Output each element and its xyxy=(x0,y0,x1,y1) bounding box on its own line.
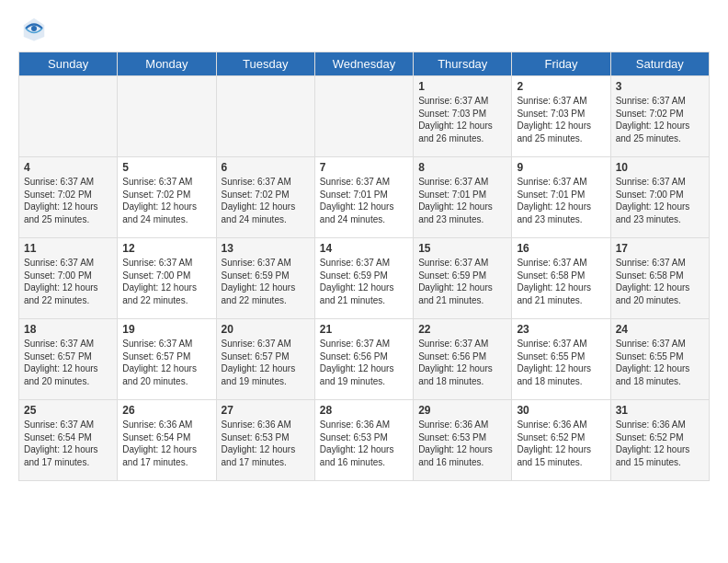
day-number: 23 xyxy=(517,323,605,336)
cell-content: Sunrise: 6:37 AM Sunset: 7:03 PM Dayligh… xyxy=(517,95,605,144)
day-number: 30 xyxy=(517,404,605,417)
day-number: 16 xyxy=(517,242,605,255)
calendar-cell: 15Sunrise: 6:37 AM Sunset: 6:59 PM Dayli… xyxy=(414,238,512,319)
logo xyxy=(18,15,48,42)
day-number: 20 xyxy=(222,323,310,336)
cell-content: Sunrise: 6:37 AM Sunset: 7:01 PM Dayligh… xyxy=(418,176,506,225)
cell-content: Sunrise: 6:37 AM Sunset: 7:02 PM Dayligh… xyxy=(122,176,210,225)
cell-content: Sunrise: 6:36 AM Sunset: 6:52 PM Dayligh… xyxy=(517,419,605,468)
cell-content: Sunrise: 6:37 AM Sunset: 6:57 PM Dayligh… xyxy=(122,338,210,387)
cell-content: Sunrise: 6:37 AM Sunset: 7:02 PM Dayligh… xyxy=(222,176,310,225)
calendar-cell xyxy=(314,76,413,157)
day-number: 1 xyxy=(418,80,506,93)
calendar-cell: 20Sunrise: 6:37 AM Sunset: 6:57 PM Dayli… xyxy=(216,319,314,400)
day-header-tuesday: Tuesday xyxy=(216,52,314,76)
day-number: 3 xyxy=(616,80,704,93)
calendar-cell: 7Sunrise: 6:37 AM Sunset: 7:01 PM Daylig… xyxy=(314,157,413,238)
cell-content: Sunrise: 6:37 AM Sunset: 6:54 PM Dayligh… xyxy=(24,419,112,468)
calendar-cell: 16Sunrise: 6:37 AM Sunset: 6:58 PM Dayli… xyxy=(512,238,610,319)
calendar-cell: 14Sunrise: 6:37 AM Sunset: 6:59 PM Dayli… xyxy=(314,238,413,319)
day-header-friday: Friday xyxy=(512,52,610,76)
cell-content: Sunrise: 6:37 AM Sunset: 6:55 PM Dayligh… xyxy=(517,338,605,387)
cell-content: Sunrise: 6:37 AM Sunset: 7:03 PM Dayligh… xyxy=(418,95,506,144)
day-header-thursday: Thursday xyxy=(414,52,512,76)
cell-content: Sunrise: 6:37 AM Sunset: 7:02 PM Dayligh… xyxy=(616,95,704,144)
cell-content: Sunrise: 6:37 AM Sunset: 6:57 PM Dayligh… xyxy=(222,338,310,387)
header-row: SundayMondayTuesdayWednesdayThursdayFrid… xyxy=(19,52,710,76)
calendar-cell: 25Sunrise: 6:37 AM Sunset: 6:54 PM Dayli… xyxy=(19,400,118,481)
day-header-sunday: Sunday xyxy=(19,52,118,76)
day-number: 6 xyxy=(222,161,310,174)
day-number: 4 xyxy=(24,161,112,174)
calendar-cell xyxy=(19,76,118,157)
calendar-cell: 13Sunrise: 6:37 AM Sunset: 6:59 PM Dayli… xyxy=(216,238,314,319)
calendar-cell: 4Sunrise: 6:37 AM Sunset: 7:02 PM Daylig… xyxy=(19,157,118,238)
day-number: 28 xyxy=(320,404,408,417)
calendar-cell: 2Sunrise: 6:37 AM Sunset: 7:03 PM Daylig… xyxy=(512,76,610,157)
calendar-header: SundayMondayTuesdayWednesdayThursdayFrid… xyxy=(19,52,710,76)
svg-point-1 xyxy=(31,26,37,31)
cell-content: Sunrise: 6:37 AM Sunset: 6:59 PM Dayligh… xyxy=(418,257,506,306)
day-number: 18 xyxy=(24,323,112,336)
day-number: 13 xyxy=(222,242,310,255)
calendar-cell: 1Sunrise: 6:37 AM Sunset: 7:03 PM Daylig… xyxy=(414,76,512,157)
calendar-cell: 5Sunrise: 6:37 AM Sunset: 7:02 PM Daylig… xyxy=(118,157,216,238)
day-number: 5 xyxy=(122,161,210,174)
calendar-cell: 17Sunrise: 6:37 AM Sunset: 6:58 PM Dayli… xyxy=(610,238,709,319)
calendar-cell: 27Sunrise: 6:36 AM Sunset: 6:53 PM Dayli… xyxy=(216,400,314,481)
day-number: 15 xyxy=(418,242,506,255)
day-number: 2 xyxy=(517,80,605,93)
day-header-saturday: Saturday xyxy=(610,52,709,76)
cell-content: Sunrise: 6:37 AM Sunset: 6:58 PM Dayligh… xyxy=(517,257,605,306)
calendar-cell: 26Sunrise: 6:36 AM Sunset: 6:54 PM Dayli… xyxy=(118,400,216,481)
calendar-cell: 29Sunrise: 6:36 AM Sunset: 6:53 PM Dayli… xyxy=(414,400,512,481)
cell-content: Sunrise: 6:37 AM Sunset: 7:00 PM Dayligh… xyxy=(24,257,112,306)
day-number: 14 xyxy=(320,242,408,255)
day-header-wednesday: Wednesday xyxy=(314,52,413,76)
day-number: 11 xyxy=(24,242,112,255)
calendar-cell: 6Sunrise: 6:37 AM Sunset: 7:02 PM Daylig… xyxy=(216,157,314,238)
calendar-cell: 24Sunrise: 6:37 AM Sunset: 6:55 PM Dayli… xyxy=(610,319,709,400)
week-row-3: 11Sunrise: 6:37 AM Sunset: 7:00 PM Dayli… xyxy=(19,238,710,319)
day-number: 21 xyxy=(320,323,408,336)
cell-content: Sunrise: 6:36 AM Sunset: 6:52 PM Dayligh… xyxy=(616,419,704,468)
cell-content: Sunrise: 6:36 AM Sunset: 6:53 PM Dayligh… xyxy=(320,419,408,468)
calendar-cell: 23Sunrise: 6:37 AM Sunset: 6:55 PM Dayli… xyxy=(512,319,610,400)
day-number: 26 xyxy=(122,404,210,417)
cell-content: Sunrise: 6:37 AM Sunset: 6:59 PM Dayligh… xyxy=(320,257,408,306)
calendar-cell: 28Sunrise: 6:36 AM Sunset: 6:53 PM Dayli… xyxy=(314,400,413,481)
week-row-4: 18Sunrise: 6:37 AM Sunset: 6:57 PM Dayli… xyxy=(19,319,710,400)
cell-content: Sunrise: 6:37 AM Sunset: 6:57 PM Dayligh… xyxy=(24,338,112,387)
day-number: 31 xyxy=(616,404,704,417)
day-number: 10 xyxy=(616,161,704,174)
logo-icon xyxy=(20,15,48,42)
day-number: 25 xyxy=(24,404,112,417)
day-number: 9 xyxy=(517,161,605,174)
cell-content: Sunrise: 6:36 AM Sunset: 6:53 PM Dayligh… xyxy=(222,419,310,468)
calendar-cell: 10Sunrise: 6:37 AM Sunset: 7:00 PM Dayli… xyxy=(610,157,709,238)
cell-content: Sunrise: 6:37 AM Sunset: 7:02 PM Dayligh… xyxy=(24,176,112,225)
week-row-1: 1Sunrise: 6:37 AM Sunset: 7:03 PM Daylig… xyxy=(19,76,710,157)
calendar-cell: 21Sunrise: 6:37 AM Sunset: 6:56 PM Dayli… xyxy=(314,319,413,400)
calendar-cell: 30Sunrise: 6:36 AM Sunset: 6:52 PM Dayli… xyxy=(512,400,610,481)
calendar-cell: 3Sunrise: 6:37 AM Sunset: 7:02 PM Daylig… xyxy=(610,76,709,157)
calendar-cell: 18Sunrise: 6:37 AM Sunset: 6:57 PM Dayli… xyxy=(19,319,118,400)
cell-content: Sunrise: 6:37 AM Sunset: 6:59 PM Dayligh… xyxy=(222,257,310,306)
day-number: 17 xyxy=(616,242,704,255)
day-number: 19 xyxy=(122,323,210,336)
calendar-cell: 12Sunrise: 6:37 AM Sunset: 7:00 PM Dayli… xyxy=(118,238,216,319)
day-number: 7 xyxy=(320,161,408,174)
cell-content: Sunrise: 6:37 AM Sunset: 7:01 PM Dayligh… xyxy=(320,176,408,225)
cell-content: Sunrise: 6:37 AM Sunset: 6:55 PM Dayligh… xyxy=(616,338,704,387)
cell-content: Sunrise: 6:37 AM Sunset: 6:56 PM Dayligh… xyxy=(320,338,408,387)
day-number: 12 xyxy=(122,242,210,255)
page-container: SundayMondayTuesdayWednesdayThursdayFrid… xyxy=(0,0,728,490)
page-header xyxy=(18,15,710,42)
week-row-5: 25Sunrise: 6:37 AM Sunset: 6:54 PM Dayli… xyxy=(19,400,710,481)
cell-content: Sunrise: 6:37 AM Sunset: 6:58 PM Dayligh… xyxy=(616,257,704,306)
day-number: 24 xyxy=(616,323,704,336)
cell-content: Sunrise: 6:37 AM Sunset: 7:00 PM Dayligh… xyxy=(616,176,704,225)
cell-content: Sunrise: 6:37 AM Sunset: 6:56 PM Dayligh… xyxy=(418,338,506,387)
day-number: 29 xyxy=(418,404,506,417)
calendar-cell: 9Sunrise: 6:37 AM Sunset: 7:01 PM Daylig… xyxy=(512,157,610,238)
